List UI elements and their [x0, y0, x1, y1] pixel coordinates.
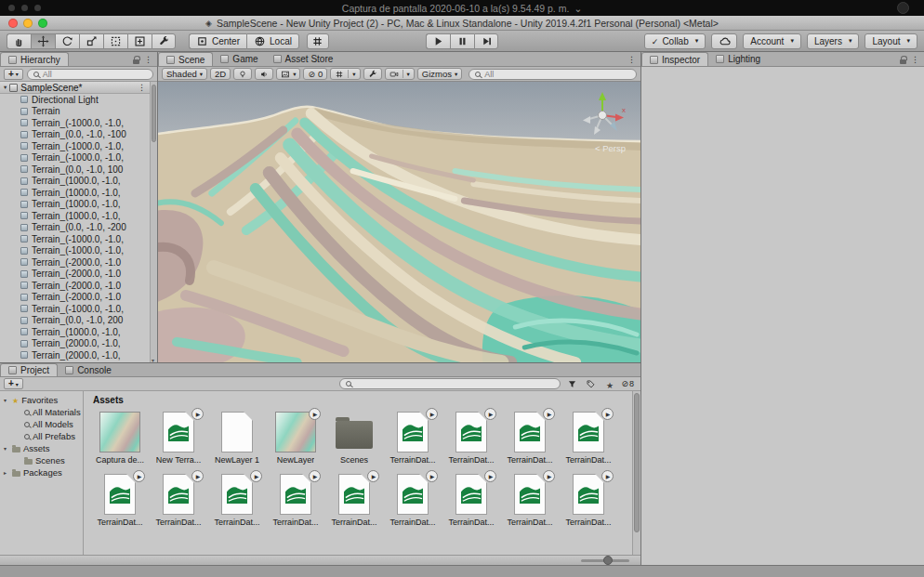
- transform-tool-button[interactable]: [127, 33, 152, 49]
- panel-menu-icon[interactable]: ⋮: [627, 56, 636, 64]
- create-asset-button[interactable]: [4, 378, 23, 389]
- project-tree-item[interactable]: All Prefabs: [0, 430, 83, 442]
- hierarchy-item[interactable]: Terrain_(0.0, -1.0, 200: [0, 315, 150, 327]
- hand-tool-button[interactable]: [7, 33, 31, 49]
- scene-viewport[interactable]: x < Persp: [158, 82, 640, 362]
- search-by-type-button[interactable]: [565, 378, 579, 390]
- scene-lighting-toggle[interactable]: [233, 68, 252, 80]
- play-badge-icon[interactable]: [601, 408, 614, 420]
- scene-menu-icon[interactable]: ⋮: [138, 84, 146, 92]
- hierarchy-item[interactable]: Terrain_(-1000.0, -1.0,: [0, 303, 150, 315]
- hierarchy-item[interactable]: Terrain_(-2000.0, -1.0: [0, 292, 150, 304]
- close-button[interactable]: [8, 19, 18, 28]
- collab-dropdown[interactable]: Collab: [644, 33, 706, 49]
- play-badge-icon[interactable]: [133, 470, 145, 482]
- play-badge-icon[interactable]: [250, 470, 262, 482]
- play-badge-icon[interactable]: [191, 470, 204, 482]
- layers-dropdown[interactable]: Layers: [807, 33, 860, 49]
- tab-scene[interactable]: Scene: [158, 52, 213, 66]
- grid-visibility-dropdown[interactable]: ▾: [330, 68, 360, 80]
- maximize-button[interactable]: [38, 19, 47, 28]
- x-axis-icon[interactable]: [615, 114, 624, 122]
- hierarchy-item[interactable]: Terrain_(2000.0, -1.0,: [0, 349, 150, 361]
- account-dropdown[interactable]: Account: [743, 33, 801, 49]
- asset-item[interactable]: TerrainDat...: [386, 473, 440, 527]
- component-tools-button[interactable]: [363, 68, 382, 80]
- hierarchy-item[interactable]: Terrain_(-2000.0, -1.0: [0, 269, 150, 281]
- scale-tool-button[interactable]: [79, 33, 103, 49]
- hierarchy-item[interactable]: Terrain_(0.0, -1.0, -100: [0, 129, 150, 141]
- 2d-toggle-button[interactable]: 2D: [210, 68, 231, 80]
- space-toggle-button[interactable]: Local: [246, 33, 299, 49]
- asset-item[interactable]: Scenes: [327, 411, 381, 465]
- play-badge-icon[interactable]: [426, 408, 438, 420]
- asset-item[interactable]: TerrainDat...: [210, 473, 264, 527]
- hierarchy-item[interactable]: Terrain_(0.0, -1.0, 100: [0, 164, 150, 176]
- project-tree-item[interactable]: ▾ Assets: [0, 442, 83, 454]
- play-badge-icon[interactable]: [543, 470, 555, 482]
- neg-x-axis-icon[interactable]: [583, 116, 590, 124]
- rotate-tool-button[interactable]: [55, 33, 79, 49]
- asset-item[interactable]: New Terra...: [152, 411, 205, 465]
- lock-icon[interactable]: [900, 59, 906, 64]
- hierarchy-item[interactable]: Terrain_(-2000.0, -1.0: [0, 280, 150, 292]
- asset-item[interactable]: NewLayer 1: [210, 411, 264, 465]
- scrollbar-thumb[interactable]: [152, 85, 156, 142]
- asset-item[interactable]: TerrainDat...: [269, 473, 323, 527]
- tab-game[interactable]: Game: [213, 52, 265, 66]
- scene-visibility-button[interactable]: 0: [303, 68, 327, 80]
- hierarchy-item[interactable]: Terrain_(-1000.0, -1.0,: [0, 140, 150, 152]
- save-search-button[interactable]: [602, 378, 616, 390]
- asset-item[interactable]: TerrainDat...: [444, 473, 498, 527]
- play-badge-icon[interactable]: [543, 408, 555, 420]
- foldout-arrow-icon[interactable]: ▾: [4, 445, 9, 452]
- foldout-arrow-icon[interactable]: ▾: [4, 397, 9, 403]
- asset-item[interactable]: TerrainDat...: [444, 411, 498, 465]
- hierarchy-item[interactable]: Terrain_(1000.0, -1.0,: [0, 210, 150, 222]
- play-badge-icon[interactable]: [484, 408, 496, 420]
- asset-item[interactable]: TerrainDat...: [327, 473, 381, 527]
- play-badge-icon[interactable]: [601, 470, 614, 482]
- asset-item[interactable]: TerrainDat...: [386, 411, 440, 465]
- scene-orientation-gizmo[interactable]: x: [575, 87, 629, 141]
- play-button[interactable]: [426, 33, 450, 49]
- play-badge-icon[interactable]: [309, 408, 321, 420]
- hierarchy-item[interactable]: Terrain_(-1000.0, -1.0,: [0, 117, 150, 129]
- project-tree-item[interactable]: All Models: [0, 418, 83, 430]
- foldout-arrow-icon[interactable]: ▸: [4, 469, 9, 476]
- scene-search-input[interactable]: All: [469, 69, 637, 80]
- play-badge-icon[interactable]: [191, 408, 204, 420]
- grid-snap-button[interactable]: [307, 33, 329, 49]
- move-tool-button[interactable]: [31, 33, 55, 49]
- custom-tool-button[interactable]: [152, 33, 176, 49]
- scene-root-row[interactable]: ▾ SampleScene* ⋮: [0, 82, 157, 94]
- rect-tool-button[interactable]: [103, 33, 127, 49]
- project-tree-item[interactable]: ▾ Favorites: [0, 394, 83, 406]
- play-badge-icon[interactable]: [309, 470, 321, 482]
- create-object-button[interactable]: [4, 69, 23, 80]
- tab-hierarchy[interactable]: Hierarchy: [0, 52, 69, 66]
- project-tree-item[interactable]: Scenes: [0, 454, 83, 466]
- hierarchy-item[interactable]: Terrain_(-2000.0, -1.0: [0, 256, 150, 269]
- icon-size-slider[interactable]: [581, 559, 629, 562]
- asset-item[interactable]: TerrainDat...: [561, 411, 615, 465]
- gizmos-dropdown[interactable]: Gizmos ▾: [417, 68, 462, 80]
- foldout-arrow-icon[interactable]: ▾: [4, 84, 7, 91]
- slider-knob[interactable]: [603, 556, 613, 565]
- project-scrollbar[interactable]: [632, 391, 640, 555]
- hierarchy-item[interactable]: Terrain_(-1000.0, -1.0,: [0, 233, 150, 245]
- hierarchy-item[interactable]: Terrain_(2000.0, -1.0,: [0, 338, 150, 350]
- asset-item[interactable]: TerrainDat...: [561, 473, 615, 527]
- layout-dropdown[interactable]: Layout: [865, 33, 917, 49]
- scene-audio-toggle[interactable]: [255, 68, 273, 80]
- panel-menu-icon[interactable]: ⋮: [144, 56, 152, 64]
- tab-asset-store[interactable]: Asset Store: [266, 52, 341, 66]
- hidden-packages-count[interactable]: 8: [621, 379, 637, 388]
- lock-icon[interactable]: [133, 59, 139, 64]
- gizmo-center-cube[interactable]: [599, 111, 607, 120]
- play-badge-icon[interactable]: [484, 470, 496, 482]
- hierarchy-item[interactable]: Terrain_(1000.0, -1.0,: [0, 187, 150, 199]
- asset-item[interactable]: TerrainDat...: [503, 411, 557, 465]
- hierarchy-item[interactable]: Terrain_(0.0, -1.0, -200: [0, 222, 150, 234]
- tab-console[interactable]: Console: [58, 363, 119, 376]
